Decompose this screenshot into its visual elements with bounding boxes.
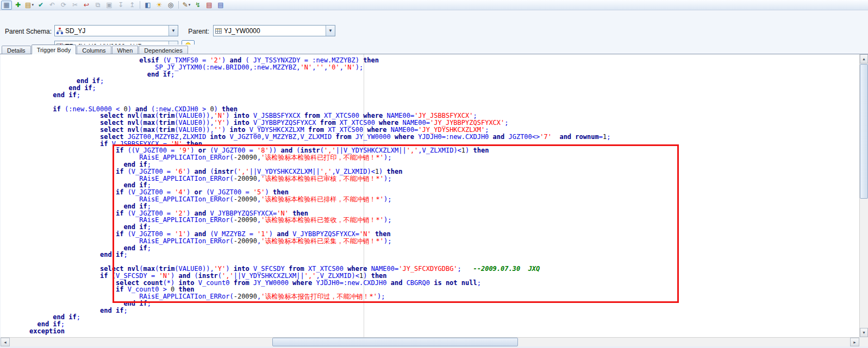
panel-toggle-icon: ◧ (145, 2, 151, 8)
find-button[interactable]: ◎ (165, 1, 176, 10)
code-line: end if; (29, 78, 610, 85)
parent-value: YJ_YW0000 (223, 27, 326, 35)
right-arrow-icon: ► (853, 340, 857, 344)
find-icon: ◎ (168, 2, 173, 8)
copy-button: ⧉ (92, 1, 103, 10)
add-record-icon: ✚ (15, 2, 21, 8)
parent-schema-value: SD_YJ (64, 27, 168, 35)
code-content[interactable]: elsif (V_TXMFS0 = '2') and ( JY_TSSYNXZD… (1, 54, 610, 335)
vertical-scroll-thumb[interactable] (860, 64, 868, 199)
tab-when[interactable]: When (112, 46, 139, 54)
tab-columns[interactable]: Columns (77, 46, 111, 54)
code-line: end if; (29, 71, 610, 78)
toolbar-separator (140, 1, 140, 9)
browse-grid-icon: ▦ (3, 2, 9, 8)
code-line: end if; (29, 321, 610, 328)
vertical-scrollbar[interactable]: ▲ ▼ (859, 54, 868, 337)
toolbar: ▦✚▤▾✔↶⟳✂↩⧉▣↧↥◧☀◎✎▾↯▤▤ (0, 0, 868, 10)
parent-schema-dropdown-button[interactable]: ▼ (168, 26, 178, 36)
chevron-down-icon: ▼ (171, 28, 176, 33)
revert-icon: ↩ (84, 2, 89, 8)
chevron-down-icon: ▼ (328, 28, 333, 33)
code-line: end if; (29, 85, 610, 92)
left-arrow-icon: ◄ (3, 340, 7, 344)
describe-button[interactable]: ☀ (154, 1, 165, 10)
scroll-right-button[interactable]: ► (850, 338, 859, 346)
parent-label: Parent: (185, 28, 209, 35)
toolbar-separator (178, 1, 179, 9)
scrollbar-corner (859, 337, 868, 346)
cut-icon: ✂ (72, 2, 78, 8)
undo-button: ↶ (47, 1, 58, 10)
horizontal-scroll-thumb[interactable] (272, 338, 518, 346)
execute-icon: ↯ (195, 2, 201, 8)
tab-bar: DetailsTrigger BodyColumnsWhenDependenci… (0, 45, 868, 54)
parent-dropdown-button[interactable]: ▼ (326, 26, 335, 36)
cut-button: ✂ (70, 1, 80, 10)
undo-icon: ↶ (49, 2, 55, 8)
compile-icon: ✎ (183, 2, 188, 8)
commit-button[interactable]: ✔ (35, 1, 46, 10)
commit-icon: ✔ (38, 2, 43, 8)
execute-button[interactable]: ↯ (192, 1, 203, 10)
code-line: end if; (29, 307, 610, 314)
post-edits-button[interactable]: ▤▾ (24, 1, 35, 10)
browse-grid-button[interactable]: ▦ (1, 1, 12, 10)
code-line: end if; (29, 251, 610, 258)
import-icon: ↧ (118, 2, 123, 8)
down-arrow-icon: ▼ (862, 331, 866, 334)
add-record-button[interactable]: ✚ (13, 1, 23, 10)
tab-details[interactable]: Details (2, 46, 31, 54)
export-button: ↥ (127, 1, 138, 10)
import-button: ↧ (115, 1, 126, 10)
trigger-body-editor[interactable]: elsif (V_TXMFS0 = '2') and ( JY_TSSYNXZD… (1, 54, 859, 337)
horizontal-scrollbar[interactable]: ◄ ► (1, 337, 859, 346)
code-line: end if; (29, 314, 610, 321)
up-arrow-icon: ▲ (862, 57, 866, 61)
dropdown-caret-icon: ▾ (32, 3, 34, 7)
copy-icon: ⧉ (96, 2, 101, 8)
schema-icon (55, 28, 64, 34)
scroll-up-button[interactable]: ▲ (860, 54, 868, 64)
parent-schema-label: Parent Schema: (4, 28, 52, 35)
panel-toggle-button[interactable]: ◧ (142, 1, 153, 10)
compile-button[interactable]: ✎▾ (181, 1, 192, 10)
paste-icon: ▣ (106, 2, 112, 8)
refresh-button: ⟳ (58, 1, 69, 10)
report-red-icon: ▤ (206, 2, 212, 8)
code-line: end if; (29, 92, 610, 99)
post-edits-icon: ▤ (25, 2, 31, 8)
tab-dependencies[interactable]: Dependencies (139, 46, 188, 54)
parent-schema-combobox[interactable]: SD_YJ ▼ (54, 25, 178, 36)
report-blue-icon: ▤ (217, 2, 223, 8)
dropdown-caret-icon: ▾ (189, 3, 191, 7)
export-icon: ↥ (129, 2, 135, 8)
revert-button[interactable]: ↩ (81, 1, 92, 10)
paste-button: ▣ (104, 1, 115, 10)
tab-trigger-body[interactable]: Trigger Body (32, 45, 77, 54)
scroll-left-button[interactable]: ◄ (1, 338, 10, 346)
code-line: exception (29, 328, 610, 335)
scroll-down-button[interactable]: ▼ (860, 328, 868, 337)
header-form: Parent Schema: SD_YJ ▼ Parent: YJ_YW0000… (0, 10, 868, 45)
report-red-button[interactable]: ▤ (204, 1, 215, 10)
parent-combobox[interactable]: YJ_YW0000 ▼ (213, 25, 335, 36)
describe-icon: ☀ (157, 2, 163, 8)
report-blue-button[interactable]: ▤ (215, 1, 226, 10)
refresh-icon: ⟳ (61, 2, 66, 8)
table-icon (214, 28, 223, 34)
